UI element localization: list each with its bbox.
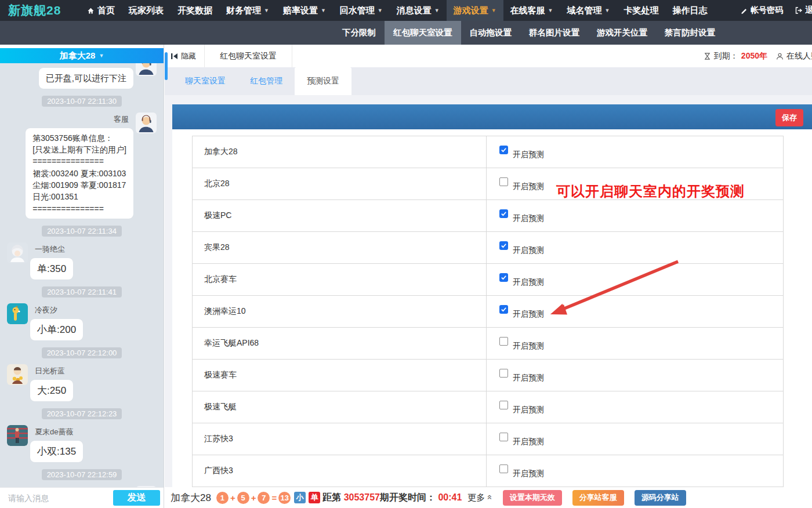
toolbar-blue-bar: 保存 — [172, 104, 812, 129]
table-row: 极速赛车开启预测 — [193, 360, 784, 391]
top-nav-item-label: 在线客服 — [510, 5, 545, 16]
prediction-toggle-group: 开启预测 — [499, 147, 783, 157]
admin-page: 新旗舰28 首页玩家列表开奖数据财务管理▼赔率设置▼回水管理▼消息设置▼游戏设置… — [0, 0, 812, 508]
tab-active[interactable]: 预测设置 — [295, 67, 351, 95]
prediction-checkbox[interactable] — [499, 146, 508, 154]
enable-prediction-label: 开启预测 — [513, 150, 544, 160]
chat-sidebar: 加拿大28 ▼ 已开盘,可以进行下注2023-10-07 22:11:30客服第… — [0, 45, 164, 508]
chat-room-selector[interactable]: 加拿大28 ▼ — [0, 48, 164, 63]
sub-nav-item[interactable]: 下分限制 — [334, 21, 385, 45]
game-name-cell: 北京28 — [193, 168, 487, 200]
top-nav-item[interactable]: 消息设置▼ — [390, 0, 447, 21]
prediction-settings-content: 保存 加拿大28开启预测北京28开启预测极速PC开启预测宾果28开启预测北京赛车… — [165, 95, 812, 487]
game-name-cell: 江苏快3 — [193, 423, 487, 455]
pencil-icon — [741, 7, 748, 14]
sub-nav-item[interactable]: 群名图片设置 — [520, 21, 588, 45]
chat-timestamp: 2023-10-07 22:11:30 — [42, 96, 122, 107]
prediction-cell: 开启预测 — [487, 455, 784, 487]
send-button[interactable]: 发送 — [113, 490, 160, 506]
chat-bubble: 已开盘,可以进行下注 — [39, 68, 133, 89]
chat-timestamp: 2023-10-07 22:12:23 — [42, 408, 122, 419]
game-name-cell: 广西快3 — [193, 455, 487, 487]
prediction-toggle-group: 开启预测 — [499, 370, 783, 380]
top-nav-item[interactable]: 游戏设置▼ — [447, 0, 503, 21]
chat-timestamp: 2023-10-07 22:12:59 — [42, 469, 122, 480]
prediction-checkbox[interactable] — [499, 401, 508, 409]
table-row: 幸运飞艇API68开启预测 — [193, 328, 784, 360]
table-row: 广西快3开启预测 — [193, 455, 784, 487]
page-tab-hongbao-chatroom[interactable]: 红包聊天室设置 — [204, 45, 292, 67]
chat-timestamp: 2023-10-07 22:11:34 — [42, 226, 122, 237]
chat-bubble: 小双:135 — [30, 441, 83, 462]
prediction-cell: 开启预测 — [487, 328, 784, 360]
sub-nav-item[interactable]: 自动拖设置 — [461, 21, 521, 45]
bottom-button[interactable]: 分享站客服 — [572, 490, 624, 506]
top-nav-item[interactable]: 在线客服▼ — [503, 0, 560, 21]
table-row: 北京赛车开启预测 — [193, 264, 784, 296]
sub-navbar: 下分限制红包聊天室设置自动拖设置群名图片设置游戏开关位置禁言防封设置 — [0, 21, 812, 45]
top-nav-items: 首页玩家列表开奖数据财务管理▼赔率设置▼回水管理▼消息设置▼游戏设置▼在线客服▼… — [80, 0, 714, 21]
plus-sign: + — [251, 493, 256, 503]
bottom-button[interactable]: 源码分享站 — [635, 490, 686, 506]
enable-prediction-label: 开启预测 — [513, 182, 544, 192]
table-row: 宾果28开启预测 — [193, 232, 784, 264]
enable-prediction-label: 开启预测 — [513, 213, 544, 224]
chevron-down-icon: ▼ — [434, 8, 440, 13]
prediction-checkbox[interactable] — [499, 305, 508, 314]
game-name-cell: 宾果28 — [193, 232, 487, 264]
chat-bubble: 第3053756账单信息： [只发送上期有下注的用户] ============… — [26, 128, 133, 219]
top-nav-item[interactable]: 操作日志 — [665, 0, 714, 21]
prediction-checkbox[interactable] — [499, 209, 508, 218]
sub-nav-item[interactable]: 禁言防封设置 — [656, 21, 724, 45]
top-nav-item[interactable]: 回水管理▼ — [333, 0, 390, 21]
top-nav-item-label: 首页 — [97, 5, 115, 16]
prediction-toggle-group: 开启预测 — [499, 274, 783, 285]
game-name-cell: 澳洲幸运10 — [193, 296, 487, 328]
sub-nav-item[interactable]: 游戏开关位置 — [588, 21, 656, 45]
table-row: 加拿大28开启预测 — [193, 136, 784, 168]
top-nav-item[interactable]: 卡奖处理 — [617, 0, 665, 21]
enable-prediction-label: 开启预测 — [513, 469, 544, 479]
sidebar-scrollbar-thumb[interactable] — [165, 52, 168, 80]
bottom-button[interactable]: 设置本期无效 — [503, 490, 562, 506]
draw-issue-number: 3053757 — [344, 492, 380, 502]
sub-nav-item[interactable]: 红包聊天室设置 — [385, 21, 461, 45]
top-nav-item[interactable]: 赔率设置▼ — [276, 0, 333, 21]
bottom-status-bar: 加拿大28 1+5+7=13 小 单 距第 3053757期开奖时间： 00:4… — [165, 487, 812, 508]
more-toggle[interactable]: 更多 « — [467, 492, 492, 503]
prediction-checkbox[interactable] — [499, 433, 508, 441]
chevron-down-icon: ▼ — [321, 8, 326, 13]
top-nav-item-label: 游戏设置 — [454, 5, 488, 16]
account-password-link[interactable]: 帐号密码 — [741, 5, 783, 16]
logout-link[interactable]: 退出 — [795, 5, 812, 16]
prediction-checkbox[interactable] — [499, 465, 508, 473]
prediction-toggle-group: 开启预测 — [499, 466, 783, 476]
prediction-toggle-group: 开启预测 — [499, 402, 783, 412]
prediction-cell: 开启预测 — [487, 264, 784, 296]
prediction-checkbox[interactable] — [499, 177, 508, 186]
tab-item[interactable]: 红包管理 — [238, 67, 295, 95]
tab-item[interactable]: 聊天室设置 — [173, 67, 238, 95]
prediction-checkbox[interactable] — [499, 241, 508, 250]
main-panel: 隐藏 红包聊天室设置 到期： 2050年 在线人数 聊天室设置红包管理预测设置 … — [165, 45, 812, 508]
top-nav-item[interactable]: 域名管理▼ — [560, 0, 617, 21]
prediction-checkbox[interactable] — [499, 273, 508, 282]
top-nav-item[interactable]: 首页 — [80, 0, 122, 21]
enable-prediction-label: 开启预测 — [513, 341, 544, 351]
chat-message: 客服第3053756账单信息： [只发送上期有下注的用户] ==========… — [6, 113, 158, 219]
top-nav-item[interactable]: 玩家列表 — [122, 0, 171, 21]
prediction-checkbox[interactable] — [499, 337, 508, 346]
prediction-toggle-group: 开启预测 — [499, 211, 783, 221]
chat-message-input[interactable] — [8, 494, 113, 503]
prediction-checkbox[interactable] — [499, 369, 508, 378]
save-button[interactable]: 保存 — [775, 109, 803, 126]
user-avatar — [7, 425, 28, 446]
top-nav-item[interactable]: 开奖数据 — [171, 0, 219, 21]
hide-sidebar-button[interactable]: 隐藏 — [171, 51, 196, 61]
table-row: 江苏快3开启预测 — [193, 423, 784, 455]
prediction-cell: 开启预测 — [487, 232, 784, 264]
enable-prediction-label: 开启预测 — [513, 309, 544, 320]
hourglass-icon — [704, 52, 711, 60]
chat-input-bar: 发送 — [0, 487, 164, 508]
top-nav-item[interactable]: 财务管理▼ — [219, 0, 276, 21]
